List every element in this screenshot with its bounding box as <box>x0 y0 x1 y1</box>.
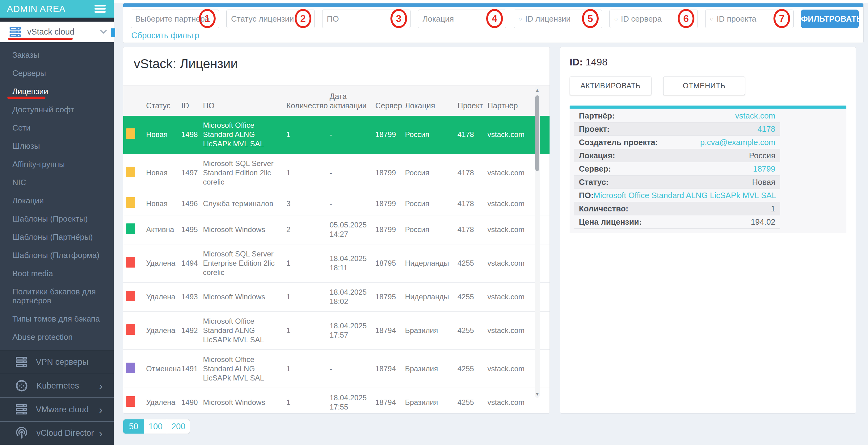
sidebar-bottom-item[interactable]: VMware cloud › <box>0 398 114 421</box>
scrollbar-thumb[interactable] <box>535 95 539 171</box>
detail-row-label: Сервер: <box>579 164 611 174</box>
table-row[interactable]: Новая 1497 Microsoft SQL Server Standard… <box>123 154 550 192</box>
cell-project: 4255 <box>458 326 488 335</box>
filter-placeholder: Статус лицензии <box>231 14 294 24</box>
sidebar-item[interactable]: Шаблоны (Партнёры) <box>12 228 114 246</box>
column-header: Количество <box>286 101 330 110</box>
cell-id: 1490 <box>181 398 203 407</box>
cell-qty: 1 <box>286 326 330 335</box>
filter-input[interactable]: ПО 3 <box>322 9 410 28</box>
sidebar-bottom-label: vCloud Director <box>36 428 94 438</box>
table-row[interactable]: Новая 1498 Microsoft Office Standard ALN… <box>123 116 550 154</box>
filter-input[interactable]: ○ ID проекта 7 <box>705 9 794 28</box>
cell-qty: 1 <box>286 259 330 268</box>
section-icon <box>16 427 28 440</box>
hamburger-menu-icon[interactable] <box>95 5 106 13</box>
filter-placeholder: ПО <box>327 14 339 24</box>
cell-id: 1493 <box>181 292 203 302</box>
sidebar-item-label: Локации <box>12 196 44 205</box>
cell-server: 18794 <box>375 398 405 407</box>
page-size-option[interactable]: 100 <box>144 419 167 434</box>
cell-status: Новая <box>146 168 181 177</box>
status-color-square <box>126 224 135 234</box>
cell-activation-date: 18.04.2025 17:57 <box>330 321 375 340</box>
sidebar-item-label: Типы томов для бэкапа <box>12 314 100 323</box>
detail-row: Цена лицензии: 194.02 <box>574 215 780 229</box>
scroll-down-icon[interactable]: ▼ <box>535 391 540 397</box>
cell-software: Служба терминалов <box>203 199 286 208</box>
filter-input[interactable]: Выберите партнера 1 <box>131 9 219 28</box>
sidebar-item[interactable]: NIC <box>12 173 114 192</box>
detail-row: Статус: Новая <box>574 176 780 189</box>
sidebar-item[interactable]: Лицензии <box>12 82 114 101</box>
sidebar-item-label: Abuse protection <box>12 332 72 342</box>
sidebar-item[interactable]: Доступный софт <box>12 101 114 119</box>
cell-id: 1495 <box>181 225 203 234</box>
detail-row-value: p.cva@example.com <box>700 138 775 147</box>
sidebar-item[interactable]: Шаблоны (Платформа) <box>12 246 114 265</box>
activate-button[interactable]: АКТИВИРОВАТЬ <box>569 76 651 95</box>
clipped-blue-button <box>111 28 115 37</box>
cell-id: 1491 <box>181 364 203 373</box>
sidebar-item[interactable]: Заказы <box>12 46 114 64</box>
license-table-body: Новая 1498 Microsoft Office Standard ALN… <box>123 116 550 413</box>
cell-qty: 1 <box>286 292 330 302</box>
sidebar-item[interactable]: Типы томов для бэкапа <box>12 310 114 328</box>
detail-row-value: Новая <box>752 177 775 187</box>
detail-id-label: ID: <box>569 57 583 68</box>
page-size-option[interactable]: 50 <box>123 419 144 434</box>
cell-location: Россия <box>405 225 458 234</box>
sidebar-item-label: Доступный софт <box>12 105 74 114</box>
sidebar-item[interactable]: Локации <box>12 192 114 210</box>
filter-placeholder: ID проекта <box>717 14 756 24</box>
sidebar-item[interactable]: Сети <box>12 119 114 137</box>
annotation-number-circle: 5 <box>582 9 599 28</box>
server-stack-icon <box>9 27 21 38</box>
sidebar-item[interactable]: Шлюзы <box>12 137 114 155</box>
filter-input[interactable]: Статус лицензии 2 <box>226 9 315 28</box>
cell-project: 4178 <box>458 199 488 208</box>
sidebar-item[interactable]: Boot media <box>12 265 114 283</box>
sidebar-item[interactable]: Шаблоны (Проекты) <box>12 210 114 228</box>
table-row[interactable]: Удалена 1494 Microsoft SQL Server Enterp… <box>123 244 550 283</box>
cell-software: Microsoft Office Standard ALNG LicSAPk M… <box>203 121 286 148</box>
sidebar-item[interactable]: Affinity-группы <box>12 155 114 173</box>
page-size-option[interactable]: 200 <box>167 419 190 434</box>
filter-input[interactable]: ○ ID лицензии 5 <box>514 9 602 28</box>
filter-input[interactable]: Локация 4 <box>418 9 506 28</box>
filter-input[interactable]: ○ ID сервера 6 <box>610 9 698 28</box>
cancel-button[interactable]: ОТМЕНИТЬ <box>663 76 745 95</box>
table-row[interactable]: Отменена 1491 Microsoft Office Standard … <box>123 350 550 388</box>
cell-status: Удалена <box>146 326 181 335</box>
table-row[interactable]: Новая 1496 Служба терминалов 3 - 18799 Р… <box>123 192 550 215</box>
cell-server: 18799 <box>375 199 405 208</box>
table-row[interactable]: Удалена 1493 Microsoft Windows 1 18.04.2… <box>123 283 550 312</box>
sidebar-item[interactable]: Серверы <box>12 64 114 82</box>
brand-selector[interactable]: vStack cloud <box>0 22 114 42</box>
sidebar-item[interactable]: Abuse protection <box>12 328 114 346</box>
sidebar-bottom-item[interactable]: VPN серверы <box>0 350 114 374</box>
cell-server: 18795 <box>375 259 405 268</box>
table-row[interactable]: Активна 1495 Microsoft Windows 2 05.05.2… <box>123 215 550 244</box>
chevron-right-icon: › <box>99 380 102 391</box>
filter-submit-button[interactable]: ФИЛЬТРОВАТЬ <box>801 9 859 28</box>
sidebar: ADMIN AREA vStack cloud Заказы Серверы Л… <box>0 0 114 445</box>
sidebar-item[interactable]: Политики бэкапов для партнёров <box>12 283 114 310</box>
cell-project: 4178 <box>458 168 488 177</box>
table-row[interactable]: Удалена 1490 Microsoft Windows 1 18.04.2… <box>123 388 550 413</box>
sidebar-item-label: NIC <box>12 178 26 187</box>
cell-location: Бразилия <box>405 398 458 407</box>
status-color-square <box>126 257 135 268</box>
sidebar-bottom-label: VPN серверы <box>36 357 88 367</box>
scroll-up-icon[interactable]: ▲ <box>535 87 540 93</box>
reset-filter-link[interactable]: Сбросить фильтр <box>131 31 199 40</box>
table-row[interactable]: Удалена 1492 Microsoft Office Standard A… <box>123 312 550 350</box>
column-header: Сервер <box>375 101 405 110</box>
table-scrollbar[interactable]: ▲ ▼ <box>535 86 540 398</box>
cell-qty: 3 <box>286 199 330 208</box>
sidebar-bottom-item[interactable]: Kubernetes › <box>0 374 114 398</box>
sidebar-bottom-item[interactable]: vCloud Director › <box>0 421 114 445</box>
cell-partner: vstack.com <box>488 326 550 335</box>
cell-partner: vstack.com <box>488 199 550 208</box>
section-icon <box>16 404 27 415</box>
